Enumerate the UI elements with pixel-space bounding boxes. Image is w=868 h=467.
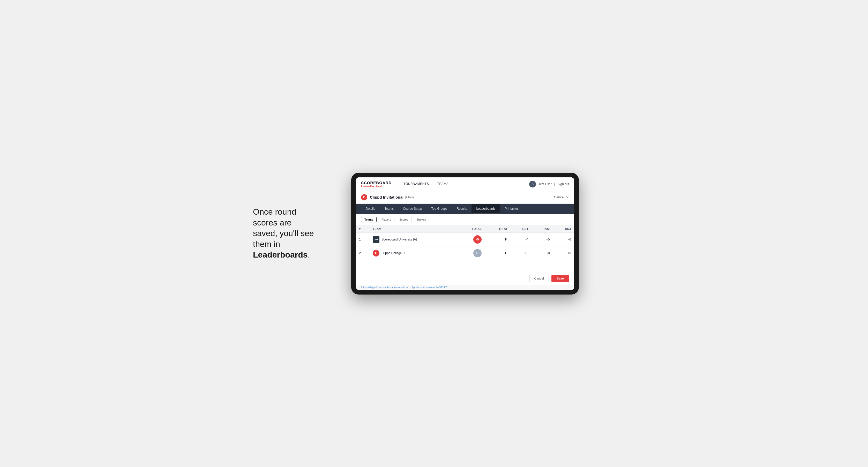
leaderboard-table: # TEAM TOTAL THRU RD1 RD2 RD3 1 <box>356 225 574 260</box>
sub-nav: Details Teams Course Setup Tee Groups Re… <box>356 204 574 214</box>
filter-players-button[interactable]: Players <box>378 217 395 222</box>
left-text-line2: scores are <box>253 218 291 227</box>
team-name-2: Clippd College [A] <box>381 251 406 255</box>
row1-rd2: +5 <box>531 232 553 246</box>
table-row: 1 SU Scoreboard University [A] -5 F <box>356 232 574 246</box>
left-text-line1: Once round <box>253 207 296 216</box>
row1-total: -5 <box>457 232 485 246</box>
filter-strokes-button[interactable]: Strokes <box>413 217 429 222</box>
tab-leaderboards[interactable]: Leaderboards <box>471 204 500 214</box>
team-name-1: Scoreboard University [A] <box>381 238 417 241</box>
filter-teams-button[interactable]: Teams <box>361 217 377 222</box>
header-right: S Test User | Sign out <box>529 181 569 187</box>
row2-team: C Clippd College [A] <box>370 246 457 260</box>
tab-printables[interactable]: Printables <box>500 204 523 214</box>
table-row: 2 C Clippd College [A] +3 F <box>356 246 574 260</box>
separator: | <box>554 182 555 186</box>
col-thru: THRU <box>485 225 510 233</box>
col-team: TEAM <box>370 225 457 233</box>
cancel-top-button[interactable]: Cancel ✕ <box>554 195 569 199</box>
tab-details[interactable]: Details <box>361 204 380 214</box>
left-text-bold: Leaderboards <box>253 250 308 259</box>
col-rd3: RD3 <box>553 225 574 233</box>
col-total: TOTAL <box>457 225 485 233</box>
logo-subtitle: Powered by clippd <box>361 185 392 187</box>
tab-tee-groups[interactable]: Tee Groups <box>427 204 452 214</box>
row2-rd2: -8 <box>531 246 553 260</box>
left-text-period: . <box>308 250 310 259</box>
save-button[interactable]: Save <box>551 275 569 282</box>
row1-rank: 1 <box>356 232 370 246</box>
filter-scores-button[interactable]: Scores <box>396 217 411 222</box>
app-footer: Cancel Save <box>356 272 574 285</box>
score-badge-2: +3 <box>473 249 482 257</box>
left-text-line4: them in <box>253 240 280 249</box>
user-avatar: S <box>529 181 536 187</box>
page-wrapper: Once round scores are saved, you'll see … <box>253 173 615 294</box>
logo-title: SCOREBOARD <box>361 181 392 185</box>
row2-rd3: +3 <box>553 246 574 260</box>
row1-thru: F <box>485 232 510 246</box>
main-nav: TOURNAMENTS TEAMS <box>399 180 453 188</box>
row1-team: SU Scoreboard University [A] <box>370 232 457 246</box>
left-text-block: Once round scores are saved, you'll see … <box>253 207 336 260</box>
col-rank: # <box>356 225 370 233</box>
url-text: https://stage-blue-coach.stagescoredboar… <box>361 286 448 289</box>
tablet-frame: SCOREBOARD Powered by clippd TOURNAMENTS… <box>351 173 579 294</box>
user-name: Test User <box>538 182 552 186</box>
nav-teams[interactable]: TEAMS <box>433 180 453 188</box>
left-text-line3: saved, you'll see <box>253 228 314 238</box>
sign-out-link[interactable]: Sign out <box>558 182 569 186</box>
row1-rd3: -6 <box>553 232 574 246</box>
cancel-button[interactable]: Cancel <box>529 275 549 282</box>
row2-rank: 2 <box>356 246 370 260</box>
tournament-gender: (Men) <box>405 195 414 199</box>
team-logo-2: C <box>373 250 379 256</box>
row2-thru: F <box>485 246 510 260</box>
close-icon: ✕ <box>566 195 569 199</box>
nav-tournaments[interactable]: TOURNAMENTS <box>399 180 433 188</box>
row1-rd1: -4 <box>510 232 531 246</box>
score-badge-1: -5 <box>473 235 482 244</box>
table-header-row: # TEAM TOTAL THRU RD1 RD2 RD3 <box>356 225 574 233</box>
tab-teams[interactable]: Teams <box>380 204 398 214</box>
col-rd1: RD1 <box>510 225 531 233</box>
team-row-1: SU Scoreboard University [A] <box>373 236 454 243</box>
tournament-logo: C <box>361 194 367 200</box>
tab-results[interactable]: Results <box>452 204 471 214</box>
team-row-2: C Clippd College [A] <box>373 250 454 256</box>
content-area: # TEAM TOTAL THRU RD1 RD2 RD3 1 <box>356 225 574 272</box>
logo-area: SCOREBOARD Powered by clippd <box>361 181 392 187</box>
row2-total: +3 <box>457 246 485 260</box>
url-bar: https://stage-blue-coach.stagescoredboar… <box>356 285 574 290</box>
tablet-screen: SCOREBOARD Powered by clippd TOURNAMENTS… <box>356 177 574 290</box>
app-header: SCOREBOARD Powered by clippd TOURNAMENTS… <box>356 177 574 191</box>
row2-rd1: +8 <box>510 246 531 260</box>
tab-course-setup[interactable]: Course Setup <box>398 204 427 214</box>
tournament-header: C Clippd Invitational (Men) Cancel ✕ <box>356 191 574 204</box>
col-rd2: RD2 <box>531 225 553 233</box>
filter-bar: Teams Players Scores Strokes <box>356 214 574 225</box>
tournament-name: Clippd Invitational <box>370 195 403 199</box>
team-logo-1: SU <box>373 236 379 243</box>
